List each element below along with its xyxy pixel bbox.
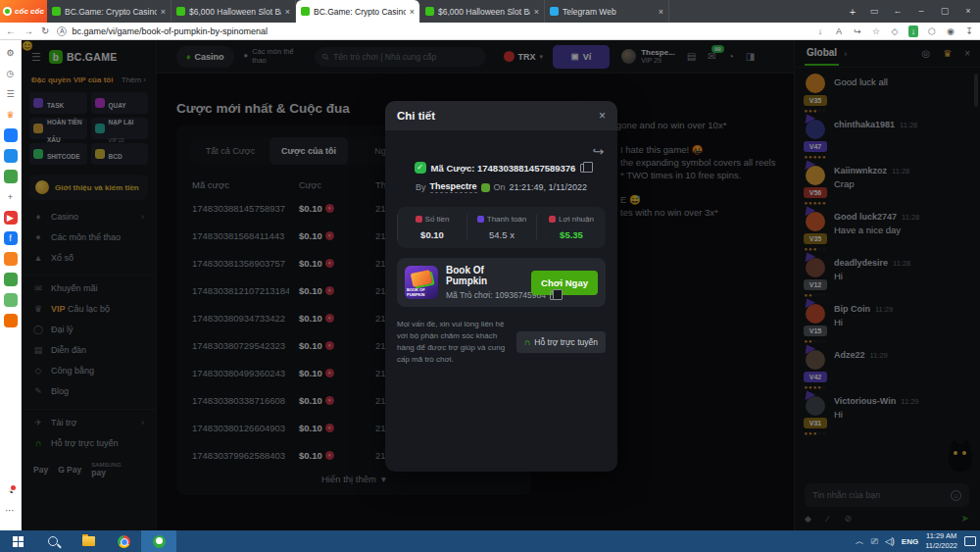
coccoc-logo-icon: [3, 7, 12, 16]
new-tab-button[interactable]: +: [843, 0, 862, 23]
tab-favicon: [176, 7, 185, 16]
window-control-icon[interactable]: –: [909, 0, 933, 23]
play-now-button[interactable]: Chơi Ngay: [531, 271, 598, 295]
tab-close-icon[interactable]: ×: [410, 7, 415, 17]
tab-title: BC.Game: Crypto Casino Gan: [65, 7, 157, 17]
reload-icon[interactable]: ↻: [41, 26, 49, 36]
window-controls: ▭←–▢×: [862, 0, 980, 23]
rail-more-icon[interactable]: ⋯: [5, 505, 16, 516]
bet-stat: Số tiền $0.10: [397, 215, 466, 240]
tab-title: BC.Game: Crypto Casino Gan: [314, 7, 406, 17]
tab-favicon: [425, 7, 434, 16]
tab-favicon: [301, 7, 310, 16]
coccoc-brand-button[interactable]: cốc cốc: [0, 0, 47, 23]
notifications-bell-icon[interactable]: ◔: [7, 486, 14, 498]
stat-icon: [549, 216, 556, 223]
tab-close-icon[interactable]: ×: [161, 7, 166, 17]
bet-datetime: 21:21:49, 1/11/2022: [510, 182, 587, 192]
browser-tab[interactable]: $6,000 Halloween Slot Battle ×: [172, 0, 296, 23]
modal-title: Chi tiết: [397, 110, 599, 122]
action-center-icon[interactable]: [964, 536, 976, 546]
bcgame-page: ☰ b BC.GAME Đặc quyền VIP của tôi Thêm ›: [22, 40, 980, 530]
modal-header: Chi tiết ×: [385, 101, 617, 130]
live-support-button[interactable]: ∩ Hỗ trợ trực tuyến: [516, 331, 606, 353]
address-bar-icons: ↓A↪☆◇↓⬡◉↧: [815, 25, 974, 37]
taskbar-clock[interactable]: 11:29 AM 11/2/2022: [925, 531, 957, 551]
tab-title: $6,000 Halloween Slot Battle: [438, 7, 530, 17]
headset-icon: ∩: [524, 337, 531, 347]
chrome-icon[interactable]: [106, 530, 141, 552]
window-control-icon[interactable]: ▢: [933, 0, 956, 23]
coccoc-side-rail: ⚙◷☰♛+▶f ◔ ⋯: [0, 40, 22, 530]
stat-icon: [416, 216, 422, 223]
tab-favicon: [52, 7, 61, 16]
tab-title: Telegram Web: [563, 7, 655, 17]
bet-stat: Thanh toán 54.5 x: [466, 215, 536, 240]
copy-icon[interactable]: [580, 164, 588, 173]
bettor-username[interactable]: Thespectre: [430, 181, 477, 193]
coccoc-taskbar-icon[interactable]: [141, 530, 176, 552]
tab-close-icon[interactable]: ×: [285, 7, 290, 17]
game-name: Book Of Pumpkin: [446, 265, 523, 286]
game-card: BOOK OF PUMPKIN Book Of Pumpkin Mã Trò c…: [397, 258, 606, 307]
browser-tab-bar: cốc cốc BC.Game: Crypto Casino Gan × $6,…: [0, 0, 980, 23]
windows-taskbar: ︿ ⎚ ◁) ENG 11:29 AM 11/2/2022: [0, 530, 980, 552]
stat-value: $0.10: [420, 229, 444, 240]
rail-icons: ⚙◷☰♛+▶f: [4, 46, 18, 327]
site-info-icon[interactable]: A: [57, 26, 67, 36]
support-note: Mọi vấn đề, xin vui lòng liên hệ với bộ …: [397, 319, 509, 366]
system-tray: ︿ ⎚ ◁) ENG 11:29 AM 11/2/2022: [856, 531, 980, 551]
copy-icon[interactable]: [550, 291, 558, 300]
modal-close-icon[interactable]: ×: [599, 109, 606, 123]
tray-expand-icon[interactable]: ︿: [856, 535, 864, 548]
stat-value: $5.35: [560, 229, 583, 240]
tab-favicon: [550, 7, 559, 16]
file-explorer-icon[interactable]: [71, 530, 106, 552]
tab-title: $6,000 Halloween Slot Battle: [189, 7, 281, 17]
start-button[interactable]: [0, 530, 35, 552]
back-icon[interactable]: ←: [6, 26, 16, 36]
coccoc-brand-label: cốc cốc: [15, 7, 44, 16]
tab-close-icon[interactable]: ×: [659, 7, 663, 17]
url-text[interactable]: bc.game/vi/game/book-of-pumpkin-by-spino…: [72, 26, 268, 36]
bet-stats: Số tiền $0.10 Thanh toán: [397, 207, 606, 248]
bet-details-modal: Chi tiết × ↪ ✓ Mã Cược: 1748303881457589…: [385, 101, 617, 472]
bet-id-value: 1748303881457589376: [477, 163, 575, 174]
share-icon[interactable]: ↪: [593, 144, 605, 159]
network-icon[interactable]: ⎚: [871, 536, 878, 547]
tab-close-icon[interactable]: ×: [534, 7, 539, 17]
game-thumbnail[interactable]: BOOK OF PUMPKIN: [405, 266, 438, 299]
verified-check-icon: ✓: [415, 162, 426, 174]
forward-icon[interactable]: →: [24, 26, 33, 36]
stat-icon: [477, 216, 484, 223]
browser-address-bar: ← → ↻ A bc.game/vi/game/book-of-pumpkin-…: [0, 23, 980, 40]
bet-stat: Lợi nhuận $5.35: [536, 215, 606, 240]
screen: cốc cốc BC.Game: Crypto Casino Gan × $6,…: [0, 0, 980, 552]
browser-tab[interactable]: BC.Game: Crypto Casino Gan ×: [47, 0, 172, 23]
language-indicator[interactable]: ENG: [902, 537, 918, 546]
window-control-icon[interactable]: ←: [886, 0, 909, 23]
browser-viewport: ⚙◷☰♛+▶f ◔ ⋯ ☰ b BC.GAME Đặc quyền VIP củ…: [0, 40, 980, 530]
browser-tabs: BC.Game: Crypto Casino Gan × $6,000 Hall…: [47, 0, 843, 23]
browser-tab[interactable]: Telegram Web ×: [545, 0, 669, 23]
stat-value: 54.5 x: [489, 229, 514, 240]
level-emblem-icon: [481, 183, 490, 192]
volume-icon[interactable]: ◁): [885, 536, 895, 546]
browser-tab[interactable]: $6,000 Halloween Slot Battle ×: [420, 0, 545, 23]
window-control-icon[interactable]: ×: [956, 0, 980, 23]
browser-tab[interactable]: BC.Game: Crypto Casino Gan ×: [296, 0, 420, 23]
url-bar[interactable]: A bc.game/vi/game/book-of-pumpkin-by-spi…: [57, 26, 808, 36]
window-control-icon[interactable]: ▭: [862, 0, 886, 23]
taskbar-search-icon[interactable]: [35, 530, 71, 552]
